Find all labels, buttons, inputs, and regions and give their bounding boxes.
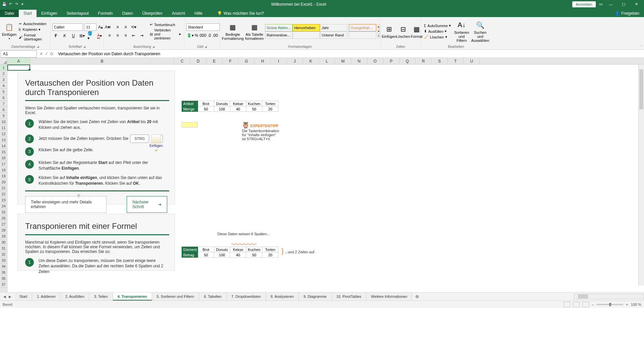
row-header-6[interactable]: 6 — [0, 95, 7, 101]
paste-button[interactable]: 📋Einfügen▾ — [2, 20, 16, 43]
zoom-level[interactable]: 100 % — [631, 302, 641, 307]
col-header-J[interactable]: J — [287, 58, 303, 64]
formula-bar[interactable]: Vertauschen der Position von Daten durch… — [56, 52, 644, 56]
row-header-30[interactable]: 30 — [0, 239, 7, 245]
col-header-G[interactable]: G — [239, 58, 255, 64]
next-step-button[interactable]: Nächster Schritt ➔ — [127, 196, 167, 213]
sheet-tab-8[interactable]: 8. Analysieren — [266, 292, 299, 300]
tab-formeln[interactable]: Formeln — [93, 10, 118, 17]
font-size-select[interactable] — [84, 23, 96, 31]
cell-style-8[interactable] — [349, 31, 376, 39]
sheet-tab-4[interactable]: 4. Transponieren — [113, 292, 152, 300]
col-header-N[interactable]: N — [351, 58, 367, 64]
indent-increase-icon[interactable]: ⇥ — [138, 32, 145, 39]
sheet-tab-0[interactable]: Start — [15, 292, 32, 300]
cell-style-6[interactable]: Unterer Rand — [320, 31, 347, 39]
tab-einfügen[interactable]: Einfügen — [37, 10, 62, 17]
row-header-21[interactable]: 21 — [0, 185, 7, 191]
cell-style-1[interactable]: Grüne Rahm... — [265, 24, 293, 31]
col-header-B[interactable]: B — [30, 58, 174, 64]
col-header-D[interactable]: D — [190, 58, 206, 64]
col-header-A[interactable]: A — [7, 58, 30, 64]
collapse-ribbon-icon[interactable]: ˆ — [641, 45, 642, 49]
bold-button[interactable]: F — [52, 32, 60, 39]
name-box[interactable] — [1, 50, 37, 58]
row-header-15[interactable]: 15 — [0, 149, 7, 155]
spreadsheet-grid[interactable]: Vertauschen der Position von Daten durch… — [7, 65, 644, 292]
data-table-2[interactable]: ElementBrotDonutsKekseKuchenTortenBetrag… — [182, 247, 278, 258]
col-header-K[interactable]: K — [303, 58, 319, 64]
format-as-table-button[interactable]: ▦Als Tabelle formatieren — [245, 20, 264, 43]
row-header-13[interactable]: 13 — [0, 137, 7, 143]
sheet-tab-1[interactable]: 1. Addieren — [32, 292, 61, 300]
cell-style-5[interactable] — [293, 31, 320, 39]
row-header-9[interactable]: 9 — [0, 113, 7, 119]
cut-button[interactable]: ✂ Ausschneiden — [18, 21, 48, 26]
conditional-formatting-button[interactable]: ▦Bedingte Formatierung — [222, 20, 244, 43]
row-header-1[interactable]: 1 — [0, 65, 7, 71]
qat-customize-icon[interactable]: ▾ — [20, 2, 25, 7]
cell-style-2[interactable]: Hervorheben — [293, 24, 320, 31]
copy-button[interactable]: ⎘ Kopieren ▾ — [18, 27, 48, 32]
sheet-tab-6[interactable]: 6. Tabellen — [199, 292, 227, 300]
horizontal-scrollbar[interactable] — [574, 294, 644, 299]
row-header-27[interactable]: 27 — [0, 221, 7, 227]
styles-up-icon[interactable]: ▴ — [378, 24, 380, 29]
autosum-button[interactable]: Σ AutoSumme ▾ — [423, 23, 452, 28]
row-header-23[interactable]: 23 — [0, 197, 7, 203]
sheet-tab-11[interactable]: Weitere Informationen — [366, 292, 412, 300]
row-header-3[interactable]: 3 — [0, 77, 7, 83]
undo-icon[interactable]: ↶ — [8, 2, 13, 7]
col-header-T[interactable]: T — [448, 58, 464, 64]
tab-ansicht[interactable]: Ansicht — [167, 10, 190, 17]
minimize-button[interactable]: — — [606, 0, 616, 8]
row-header-5[interactable]: 5 — [0, 89, 7, 95]
align-center-icon[interactable]: ≡ — [114, 32, 121, 39]
tab-scroll-left-icon[interactable]: ◀ — [3, 295, 6, 298]
delete-cells-button[interactable]: ⊟Löschen — [397, 20, 409, 43]
row-header-17[interactable]: 17 — [0, 161, 7, 167]
wrap-text-button[interactable]: ↵ Textumbruch — [149, 22, 182, 27]
close-button[interactable]: ✕ — [631, 0, 641, 8]
align-left-icon[interactable]: ≡ — [106, 32, 113, 39]
tab-hilfe[interactable]: Hilfe — [190, 10, 207, 17]
zoom-in-button[interactable]: + — [626, 302, 628, 307]
increase-decimal-icon[interactable]: .0 — [207, 32, 211, 39]
col-header-Q[interactable]: Q — [399, 58, 415, 64]
tab-überprüfen[interactable]: Überprüfen — [138, 10, 167, 17]
col-header-P[interactable]: P — [383, 58, 399, 64]
row-header-33[interactable]: 33 — [0, 257, 7, 263]
sheet-tab-7[interactable]: 7. Dropdownlisten — [227, 292, 266, 300]
row-header-24[interactable]: 24 — [0, 203, 7, 209]
tab-file[interactable]: Datei — [0, 10, 19, 17]
row-header-26[interactable]: 26 — [0, 215, 7, 221]
fill-button[interactable]: ⬇ Ausfüllen ▾ — [423, 29, 452, 34]
deeper-button[interactable]: Tiefer einsteigen und mehr Details erfah… — [25, 196, 107, 213]
tell-me[interactable]: 💡 Was möchten Sie tun? — [214, 10, 267, 17]
row-header-34[interactable]: 34 — [0, 263, 7, 269]
row-header-32[interactable]: 32 — [0, 251, 7, 257]
percent-icon[interactable]: % — [194, 32, 199, 39]
sheet-tab-5[interactable]: 5. Sortieren und Filtern — [152, 292, 199, 300]
vertical-scrollbar[interactable] — [638, 65, 644, 285]
font-color-button[interactable]: A▾ — [96, 32, 103, 39]
normal-view-icon[interactable] — [564, 302, 570, 307]
share-button[interactable]: 👤 Freigeben — [610, 10, 644, 17]
save-icon[interactable]: 💾 — [2, 2, 7, 7]
row-header-20[interactable]: 20 — [0, 179, 7, 185]
page-layout-view-icon[interactable] — [573, 302, 580, 307]
number-format-select[interactable] — [186, 23, 220, 31]
row-header-11[interactable]: 11 — [0, 125, 7, 131]
font-name-select[interactable] — [52, 23, 83, 31]
row-header-2[interactable]: 2 — [0, 71, 7, 77]
styles-down-icon[interactable]: ▾ — [378, 29, 380, 34]
col-header-M[interactable]: M — [335, 58, 351, 64]
data-table-1[interactable]: ArtikelBrotDonutsKekseKuchenTortenMenge5… — [182, 101, 278, 112]
increase-font-icon[interactable]: A▴ — [98, 23, 103, 31]
cell-style-7[interactable]: OrangeRah... — [349, 24, 376, 31]
col-header-O[interactable]: O — [367, 58, 383, 64]
col-header-I[interactable]: I — [271, 58, 287, 64]
zoom-slider[interactable] — [596, 304, 623, 305]
col-header-F[interactable]: F — [222, 58, 239, 64]
ribbon-display-icon[interactable]: ▭ — [598, 2, 603, 7]
